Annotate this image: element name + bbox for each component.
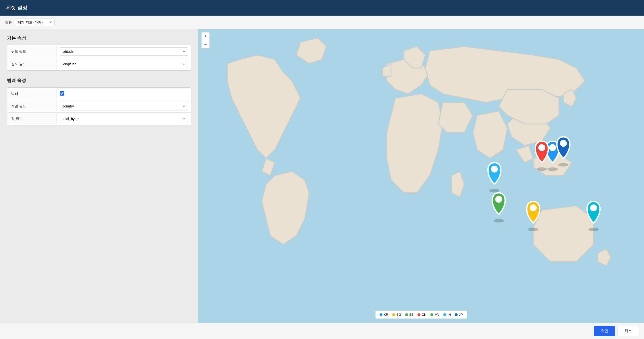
- legend-row: 범례: [7, 88, 191, 100]
- type-label: 종류: [5, 20, 12, 24]
- longitude-select[interactable]: longitude: [60, 60, 188, 68]
- left-panel: 기본 속성 위도 필드 latitude 경도 필드 longitude: [0, 29, 198, 323]
- series-field-label: 계열 필드: [7, 101, 57, 111]
- legend-item-jp: JP: [455, 313, 463, 317]
- map-legend: KR SG SB CN MV: [375, 311, 467, 319]
- svg-point-13: [588, 228, 599, 231]
- svg-point-7: [489, 189, 500, 192]
- zoom-out-button[interactable]: −: [202, 40, 210, 48]
- value-field-value: total_bytes: [57, 113, 191, 125]
- value-field-row: 값 필드 total_bytes: [7, 113, 191, 125]
- basic-properties-table: 위도 필드 latitude 경도 필드 longitude: [7, 45, 191, 71]
- latitude-row: 위도 필드 latitude: [7, 45, 191, 58]
- confirm-button[interactable]: 확인: [594, 326, 615, 336]
- legend-dot-sb: [405, 313, 408, 316]
- legend-item-in: IN: [444, 313, 451, 317]
- right-panel: + −: [198, 29, 644, 323]
- series-field-row: 계열 필드 country: [7, 100, 191, 113]
- svg-point-1: [547, 167, 558, 171]
- legend-item-cn: CN: [418, 313, 426, 317]
- svg-point-9: [494, 219, 504, 223]
- legend-label-sb: SB: [409, 313, 414, 317]
- svg-point-2: [549, 144, 556, 151]
- latitude-select[interactable]: latitude: [60, 47, 188, 56]
- legend-checkbox-value: [57, 89, 191, 99]
- world-map-svg: [198, 29, 644, 309]
- svg-point-8: [491, 166, 498, 173]
- latitude-label: 위도 필드: [7, 46, 57, 57]
- svg-point-12: [530, 205, 537, 212]
- legend-item-sb: SB: [405, 313, 414, 317]
- legend-dot-jp: [455, 313, 458, 316]
- map-container: + −: [198, 29, 644, 323]
- zoom-controls: + −: [201, 32, 210, 48]
- svg-point-14: [590, 205, 597, 212]
- longitude-value: longitude: [57, 58, 191, 70]
- legend-properties-title: 범례 속성: [7, 77, 191, 83]
- footer: 확인 취소: [0, 323, 644, 339]
- legend-label-cn: CN: [422, 313, 426, 317]
- zoom-in-button[interactable]: +: [202, 32, 210, 40]
- legend-label-kr: KR: [384, 313, 388, 317]
- legend-dot-mv: [430, 313, 433, 316]
- longitude-row: 경도 필드 longitude: [7, 58, 191, 70]
- value-field-select[interactable]: total_bytes: [60, 115, 188, 123]
- svg-point-4: [560, 140, 567, 147]
- basic-properties-title: 기본 속성: [7, 35, 191, 41]
- legend-checkbox[interactable]: [60, 91, 64, 96]
- svg-point-10: [495, 196, 502, 203]
- main-area: 기본 속성 위도 필드 latitude 경도 필드 longitude: [0, 29, 644, 323]
- legend-label-mv: MV: [434, 313, 440, 317]
- title-bar: 위젯 설정: [0, 0, 644, 15]
- legend-properties-table: 범례 계열 필드 country 값 필드 total_bytes: [7, 87, 191, 125]
- type-row: 종류 세계 지도 (마커) 세계 지도 (히트맵) 막대 차트 선 차트: [0, 15, 644, 29]
- series-field-select[interactable]: country: [60, 102, 188, 110]
- legend-label-jp: JP: [459, 313, 463, 317]
- series-field-value: country: [57, 100, 191, 112]
- svg-point-6: [538, 144, 545, 151]
- legend-dot-in: [444, 313, 446, 316]
- legend-item-kr: KR: [380, 313, 388, 317]
- legend-dot-kr: [380, 313, 382, 316]
- latitude-value: latitude: [57, 45, 191, 58]
- value-field-label: 값 필드: [7, 114, 57, 124]
- cancel-button[interactable]: 취소: [617, 326, 639, 336]
- svg-point-11: [528, 228, 538, 231]
- legend-label-in: IN: [448, 313, 451, 317]
- type-select[interactable]: 세계 지도 (마커) 세계 지도 (히트맵) 막대 차트 선 차트: [15, 18, 54, 26]
- svg-point-3: [558, 163, 569, 167]
- page-title: 위젯 설정: [6, 5, 27, 10]
- legend-label-sg: SG: [396, 313, 401, 317]
- legend-dot-cn: [418, 313, 420, 316]
- legend-label: 범례: [7, 89, 57, 99]
- legend-item-sg: SG: [392, 313, 401, 317]
- legend-dot-sg: [392, 313, 395, 316]
- legend-item-mv: MV: [430, 313, 440, 317]
- longitude-label: 경도 필드: [7, 59, 57, 69]
- svg-point-5: [537, 167, 547, 171]
